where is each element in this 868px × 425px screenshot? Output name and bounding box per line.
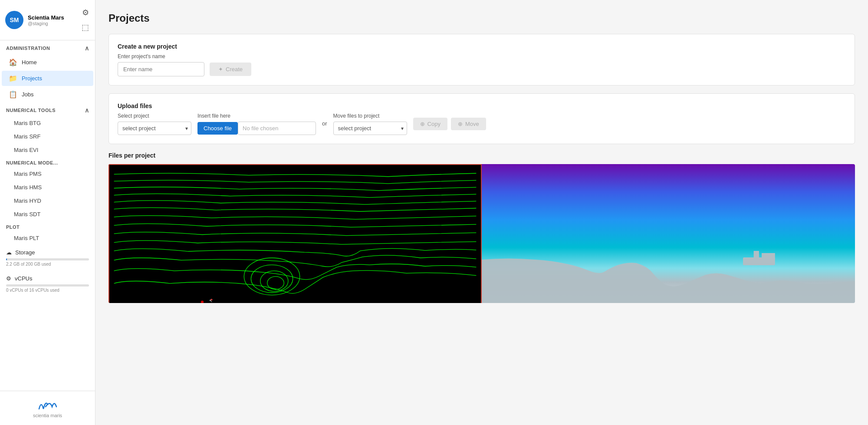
projects-icon: 📁	[9, 74, 17, 82]
sidebar-item-maris-pms[interactable]: Maris PMS	[2, 168, 93, 180]
sidebar-item-projects[interactable]: 📁 Projects	[2, 71, 93, 86]
vcpus-usage-text: 0 vCPUs of 16 vCPUs used	[6, 288, 89, 293]
copy-move-buttons: ⊕ Copy ⊕ Move	[413, 118, 486, 130]
logout-icon[interactable]: ⬚	[81, 22, 90, 33]
plot-label: PLOT	[0, 221, 95, 231]
numerical-tools-collapse-icon[interactable]: ∧	[85, 107, 89, 114]
project-images-row: ↖	[108, 164, 855, 303]
storage-title: Storage	[15, 249, 35, 256]
sidebar-item-maris-btg[interactable]: Maris BTG	[2, 117, 93, 129]
sidebar-item-maris-hyd[interactable]: Maris HYD	[2, 194, 93, 207]
create-project-row: ✦ Create	[118, 62, 846, 76]
insert-file-label: Insert file here	[197, 113, 316, 119]
storage-section: ☁ Storage 2.2 GB of 200 GB used	[0, 245, 95, 271]
administration-collapse-icon[interactable]: ∧	[85, 45, 89, 52]
svg-text:↖: ↖	[209, 299, 213, 303]
copy-button[interactable]: ⊕ Copy	[413, 118, 447, 130]
choose-file-button[interactable]: Choose file	[197, 122, 238, 135]
sidebar-item-maris-plt[interactable]: Maris PLT	[2, 232, 93, 244]
administration-label: ADMINISTRATION	[6, 46, 50, 51]
page-title: Projects	[108, 12, 855, 24]
home-label: Home	[22, 59, 37, 66]
upload-files-card: Upload files Select project select proje…	[108, 93, 855, 144]
storage-usage-text: 2.2 GB of 200 GB used	[6, 262, 89, 267]
projects-label: Projects	[22, 75, 42, 82]
select-project-dropdown[interactable]: select project	[118, 122, 191, 135]
sidebar-item-maris-hms[interactable]: Maris HMS	[2, 181, 93, 194]
create-plus-icon: ✦	[218, 66, 223, 72]
move-project-wrapper: select project ▾	[333, 122, 407, 135]
sidebar-footer: scientia maris	[0, 391, 95, 425]
home-icon: 🏠	[9, 58, 17, 66]
vcpus-label: ⚙ vCPUs	[6, 275, 89, 282]
sidebar-header: SM Scientia Mars @staging ⚙ ⬚	[0, 0, 95, 40]
scientia-maris-logo-icon	[37, 398, 59, 411]
or-text: or	[322, 120, 327, 127]
sidebar-item-home[interactable]: 🏠 Home	[2, 55, 93, 70]
file-display: No file chosen	[238, 122, 316, 135]
create-project-button[interactable]: ✦ Create	[210, 63, 251, 76]
main-content: Projects Create a new project Enter proj…	[95, 0, 868, 425]
svg-rect-9	[754, 251, 759, 260]
upload-row: Select project select project ▾ Insert f…	[118, 113, 846, 135]
or-separator: or	[322, 120, 327, 128]
numerical-tools-label: NUMERICAL TOOLS	[6, 108, 56, 113]
copy-icon: ⊕	[420, 121, 425, 127]
vcpus-section: ⚙ vCPUs 0 vCPUs of 16 vCPUs used	[0, 271, 95, 297]
files-section-title: Files per project	[108, 152, 855, 159]
numerical-models-label: NUMERICAL MODE...	[0, 157, 95, 167]
numerical-tools-section-header: NUMERICAL TOOLS ∧	[0, 102, 95, 116]
storage-progress-bar	[6, 258, 89, 260]
project-name-label: Enter project's name	[118, 53, 846, 59]
move-button[interactable]: ⊕ Move	[451, 118, 486, 130]
projects-page: Projects Create a new project Enter proj…	[95, 0, 868, 425]
files-section: Files per project	[108, 152, 855, 303]
move-files-label: Move files to project	[333, 113, 407, 119]
sidebar-item-maris-sdt[interactable]: Maris SDT	[2, 208, 93, 221]
file-input-group: Choose file No file chosen	[197, 122, 316, 135]
cpu-icon: ⚙	[6, 275, 11, 282]
cloud-icon: ☁	[6, 249, 12, 256]
avatar: SM	[5, 11, 23, 29]
jobs-label: Jobs	[22, 91, 33, 98]
select-project-label: Select project	[118, 113, 191, 119]
sidebar: SM Scientia Mars @staging ⚙ ⬚ ADMINISTRA…	[0, 0, 95, 425]
sidebar-item-maris-srf[interactable]: Maris SRF	[2, 130, 93, 143]
user-role: @staging	[28, 21, 64, 26]
move-project-dropdown[interactable]: select project	[333, 122, 407, 135]
contour-lines-svg: ↖	[109, 165, 481, 303]
user-details: Scientia Mars @staging	[28, 14, 64, 26]
move-button-label: Move	[465, 121, 479, 127]
sidebar-action-icons: ⚙ ⬚	[81, 7, 90, 33]
create-project-title: Create a new project	[118, 43, 846, 50]
logo-text: scientia maris	[33, 413, 62, 418]
create-project-card: Create a new project Enter project's nam…	[108, 34, 855, 86]
vcpus-progress-bar	[6, 284, 89, 287]
storage-progress-fill	[6, 258, 7, 260]
storage-label: ☁ Storage	[6, 249, 89, 256]
shoreline-svg	[482, 164, 855, 303]
upload-section-title: Upload files	[118, 102, 846, 109]
contour-map-image: ↖	[108, 164, 482, 303]
jobs-icon: 📋	[9, 90, 17, 99]
select-project-col: Select project select project ▾	[118, 113, 191, 135]
insert-file-col: Insert file here Choose file No file cho…	[197, 113, 316, 135]
bathymetry-image	[482, 164, 855, 303]
move-files-col: Move files to project select project ▾	[333, 113, 407, 135]
project-name-input[interactable]	[118, 62, 204, 76]
sidebar-item-jobs[interactable]: 📋 Jobs	[2, 87, 93, 102]
user-name: Scientia Mars	[28, 14, 64, 21]
svg-rect-10	[762, 253, 775, 260]
move-icon: ⊕	[458, 121, 463, 127]
sidebar-item-maris-evi[interactable]: Maris EVI	[2, 144, 93, 156]
copy-button-label: Copy	[427, 121, 441, 127]
select-project-wrapper: select project ▾	[118, 122, 191, 135]
user-info: SM Scientia Mars @staging	[5, 11, 64, 29]
create-button-label: Create	[226, 66, 243, 72]
settings-icon[interactable]: ⚙	[81, 7, 90, 18]
administration-section-header: ADMINISTRATION ∧	[0, 40, 95, 54]
vcpus-title: vCPUs	[15, 275, 32, 282]
